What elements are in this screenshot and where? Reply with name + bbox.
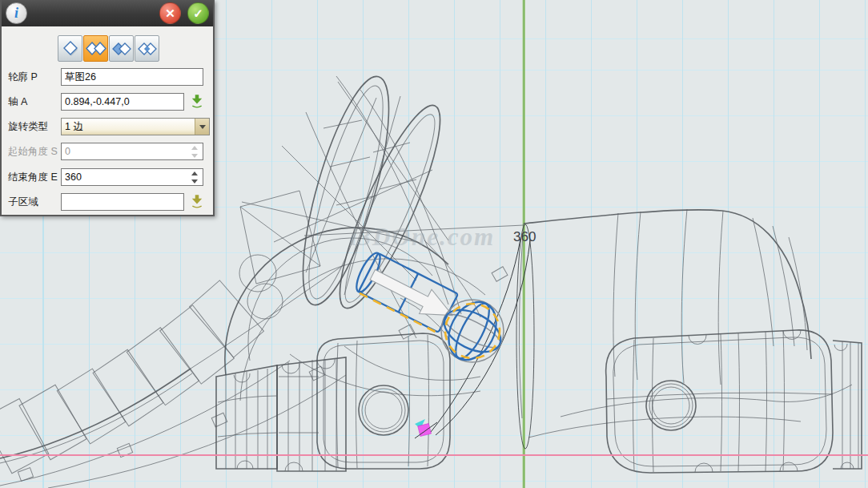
cad-viewport[interactable]: i3DOne.com 360 i ✕ ✓ <box>0 0 868 488</box>
revolve-type-dropdown[interactable]: 1 边 <box>61 118 210 135</box>
mode-double-diamond-button[interactable] <box>83 35 108 62</box>
end-angle-up-icon[interactable] <box>187 169 203 177</box>
info-icon[interactable]: i <box>6 2 27 24</box>
end-angle-down-icon[interactable] <box>187 177 203 185</box>
start-angle-down-icon <box>187 151 203 159</box>
green-pick-arrow-icon <box>190 94 204 108</box>
field-start-angle: 起始角度 S <box>8 143 203 160</box>
subregion-input[interactable] <box>61 193 184 211</box>
axis-pick-button[interactable] <box>189 94 205 110</box>
dialog-titlebar: i ✕ ✓ <box>2 0 213 26</box>
end-angle-label: 结束角度 E <box>8 171 61 184</box>
angle-value-label: 360 <box>513 229 536 245</box>
start-angle-spinner <box>61 143 203 160</box>
chevron-down-icon[interactable] <box>195 119 209 135</box>
wireframe-bellows <box>216 357 346 471</box>
end-angle-input[interactable] <box>62 169 187 185</box>
field-revolve-type: 旋转类型 1 边 <box>8 118 210 135</box>
profile-label: 轮廓 P <box>8 71 61 84</box>
axis-input[interactable] <box>61 93 184 111</box>
subregion-pick-button[interactable] <box>189 194 205 210</box>
axis-label: 轴 A <box>8 95 61 109</box>
start-angle-input <box>62 143 187 159</box>
start-angle-label: 起始角度 S <box>8 145 61 159</box>
subregion-label: 子区域 <box>8 196 61 209</box>
double-diamond-icon <box>86 39 106 58</box>
revolve-preview <box>352 250 508 368</box>
field-axis: 轴 A <box>8 93 205 111</box>
confirm-button[interactable]: ✓ <box>187 2 209 24</box>
mode-center-dot-diamond-button[interactable] <box>135 35 159 62</box>
end-angle-spinner <box>61 168 203 186</box>
field-end-angle: 结束角度 E <box>8 168 203 186</box>
center-dot-diamond-icon <box>137 39 158 58</box>
start-angle-up-icon <box>187 143 203 151</box>
mode-left-filled-diamond-button[interactable] <box>109 35 134 62</box>
revolve-type-value: 1 边 <box>62 120 195 134</box>
profile-input[interactable] <box>61 68 203 86</box>
left-filled-diamond-icon <box>111 39 132 58</box>
field-subregion: 子区域 <box>8 193 205 211</box>
revolve-dialog: i ✕ ✓ <box>0 0 215 216</box>
cancel-button[interactable]: ✕ <box>159 2 181 24</box>
single-diamond-icon <box>61 39 80 58</box>
olive-pick-arrow-icon <box>190 194 204 208</box>
revolve-mode-toolbar <box>58 35 160 62</box>
revolve-type-label: 旋转类型 <box>8 120 61 134</box>
wireframe-body-center <box>225 69 485 401</box>
mode-single-diamond-button[interactable] <box>58 35 82 62</box>
field-profile: 轮廓 P <box>8 68 203 86</box>
